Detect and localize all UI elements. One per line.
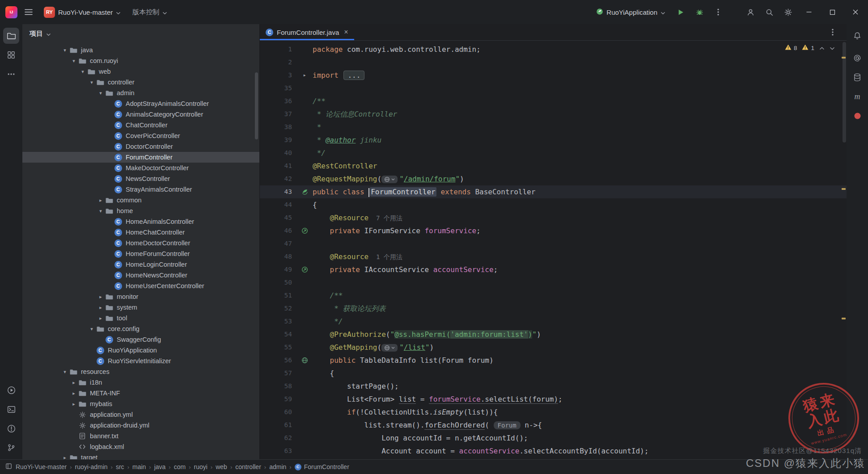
tree-item-system[interactable]: ▸system — [22, 302, 259, 313]
chevron-expanded-icon[interactable]: ▾ — [88, 326, 96, 332]
breadcrumb-item-ruoyi[interactable]: ruoyi — [194, 463, 207, 470]
chevron-collapsed-icon[interactable]: ▸ — [61, 455, 69, 460]
chevron-collapsed-icon[interactable]: ▸ — [70, 390, 78, 396]
tree-item-banner.txt[interactable]: banner.txt — [22, 431, 259, 441]
tree-item-common[interactable]: ▸common — [22, 195, 259, 206]
tree-scrollbar[interactable] — [255, 72, 258, 139]
more-actions-icon[interactable] — [711, 4, 726, 20]
tree-item-target[interactable]: ▸target — [22, 452, 259, 459]
run-tool-icon[interactable] — [3, 382, 19, 398]
tree-item-HomeAnimalsController[interactable]: CHomeAnimalsController — [22, 216, 259, 227]
chevron-collapsed-icon[interactable]: ▸ — [97, 305, 105, 310]
structure-tool-icon[interactable] — [3, 47, 19, 63]
spring-gutter-icon[interactable] — [296, 189, 313, 195]
tree-item-RuoYiApplication[interactable]: CRuoYiApplication — [22, 345, 259, 356]
inspections-widget[interactable]: 8 1 — [785, 44, 835, 51]
run-button[interactable] — [673, 4, 688, 20]
chevron-expanded-icon[interactable]: ▾ — [88, 80, 96, 85]
prev-problem-icon[interactable] — [819, 45, 825, 51]
tree-item-web[interactable]: ▾web — [22, 66, 259, 77]
chevron-collapsed-icon[interactable]: ▸ — [97, 315, 105, 321]
tree-item-ChatController[interactable]: CChatController — [22, 120, 259, 130]
chevron-collapsed-icon[interactable]: ▸ — [97, 294, 105, 300]
warning-stripe-mark[interactable] — [842, 57, 846, 59]
type-hint-chip[interactable]: Forum — [494, 421, 521, 429]
bean-gutter-icon[interactable] — [296, 266, 313, 273]
close-button[interactable] — [846, 3, 865, 21]
breadcrumb-item-controller[interactable]: controller — [235, 463, 261, 470]
tab-close-icon[interactable]: × — [344, 28, 348, 36]
folded-imports-chip[interactable]: ... — [343, 71, 364, 80]
chevron-collapsed-icon[interactable]: ▸ — [70, 401, 78, 407]
settings-gear-icon[interactable] — [780, 4, 796, 20]
version-control-tool-icon[interactable] — [3, 440, 19, 456]
tree-item-i18n[interactable]: ▸i18n — [22, 377, 259, 388]
tree-item-RuoYiServletInitializer[interactable]: CRuoYiServletInitializer — [22, 356, 259, 366]
tree-item-AdoptStrayAnimalsController[interactable]: CAdoptStrayAnimalsController — [22, 98, 259, 109]
next-problem-icon[interactable] — [830, 45, 835, 51]
breadcrumb-item-ruoyi-admin[interactable]: ruoyi-admin — [75, 463, 107, 470]
ai-assistant-tool-icon[interactable] — [849, 50, 865, 66]
web-mapping-inlay[interactable] — [381, 176, 398, 183]
tree-item-HomeUserCenterController[interactable]: CHomeUserCenterController — [22, 281, 259, 291]
chevron-expanded-icon[interactable]: ▾ — [97, 208, 105, 214]
chevron-collapsed-icon[interactable]: ▸ — [97, 197, 105, 203]
more-tool-windows-icon[interactable] — [3, 66, 19, 82]
project-tool-icon[interactable] — [3, 28, 19, 44]
breadcrumb-item-com[interactable]: com — [174, 463, 186, 470]
tree-item-StrayAnimalsController[interactable]: CStrayAnimalsController — [22, 184, 259, 195]
tree-item-HomeForumController[interactable]: CHomeForumController — [22, 248, 259, 259]
notifications-icon[interactable] — [849, 28, 865, 44]
tree-item-DoctorController[interactable]: CDoctorController — [22, 141, 259, 152]
tree-item-application-druid.yml[interactable]: application-druid.yml — [22, 420, 259, 431]
maximize-button[interactable] — [822, 3, 842, 21]
code-editor[interactable]: 1package com.ruoyi.web.controller.admin;… — [260, 41, 847, 459]
minimize-button[interactable] — [799, 3, 819, 21]
tree-item-logback.xml[interactable]: logback.xml — [22, 441, 259, 452]
chevron-expanded-icon[interactable]: ▾ — [70, 58, 78, 64]
breadcrumb-item-ForumController[interactable]: CForumController — [295, 463, 349, 470]
tree-item-application.yml[interactable]: application.yml — [22, 409, 259, 420]
tree-item-HomeChatController[interactable]: CHomeChatController — [22, 227, 259, 238]
chevron-expanded-icon[interactable]: ▾ — [79, 69, 87, 75]
editor-options-icon[interactable] — [825, 25, 840, 40]
intellij-logo-icon[interactable]: IJ — [5, 6, 17, 18]
breadcrumb-item-src[interactable]: src — [116, 463, 124, 470]
tree-item-META-INF[interactable]: ▸META-INF — [22, 388, 259, 398]
web-mapping-inlay[interactable] — [381, 344, 398, 352]
chevron-collapsed-icon[interactable]: ▸ — [70, 380, 78, 386]
bean-gutter-icon[interactable] — [296, 227, 313, 234]
chevron-expanded-icon[interactable]: ▾ — [61, 47, 69, 53]
tree-item-monitor[interactable]: ▸monitor — [22, 291, 259, 302]
tree-item-tool[interactable]: ▸tool — [22, 313, 259, 323]
tree-item-controller[interactable]: ▾controller — [22, 77, 259, 88]
breadcrumb-item-web[interactable]: web — [216, 463, 227, 470]
chevron-expanded-icon[interactable]: ▾ — [97, 90, 105, 96]
project-panel-header[interactable]: 项目 — [22, 24, 259, 43]
warnings-badge[interactable]: 8 — [785, 44, 797, 51]
tree-item-MakeDoctorController[interactable]: CMakeDoctorController — [22, 163, 259, 173]
weak-warnings-badge[interactable]: 1 — [802, 44, 814, 51]
tree-item-CoverPicController[interactable]: CCoverPicController — [22, 130, 259, 141]
tree-item-NewsController[interactable]: CNewsController — [22, 173, 259, 184]
tree-item-home[interactable]: ▾home — [22, 206, 259, 216]
tab-forumcontroller[interactable]: C ForumController.java × — [260, 24, 354, 40]
tree-item-ForumController[interactable]: CForumController — [22, 152, 259, 163]
tree-item-AnimalsCategoryController[interactable]: CAnimalsCategoryController — [22, 109, 259, 120]
fold-collapsed-icon[interactable]: ▸ — [296, 69, 313, 82]
tree-item-mybatis[interactable]: ▸mybatis — [22, 398, 259, 409]
breadcrumb-item-main[interactable]: main — [132, 463, 146, 470]
tree-item-admin[interactable]: ▾admin — [22, 88, 259, 98]
warning-stripe-mark[interactable] — [842, 318, 846, 319]
tree-item-SwaggerConfig[interactable]: CSwaggerConfig — [22, 334, 259, 345]
project-widget[interactable]: RY RuoYi-Vue-master — [40, 4, 125, 20]
vcs-widget[interactable]: 版本控制 — [128, 6, 171, 19]
database-tool-icon[interactable] — [849, 69, 865, 85]
debug-button[interactable] — [692, 4, 707, 20]
tree-item-java[interactable]: ▾java — [22, 45, 259, 55]
problems-tool-icon[interactable] — [3, 420, 19, 436]
map-gutter-icon[interactable] — [296, 357, 313, 364]
tree-item-HomeLoginController[interactable]: CHomeLoginController — [22, 259, 259, 270]
tree-item-resources[interactable]: ▾resources — [22, 366, 259, 377]
search-icon[interactable] — [762, 4, 777, 20]
